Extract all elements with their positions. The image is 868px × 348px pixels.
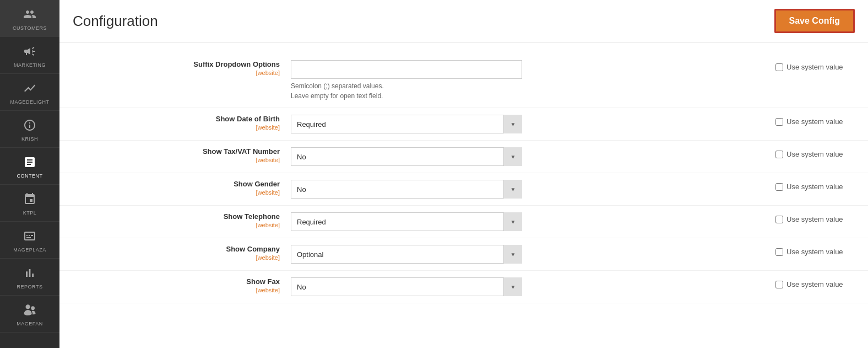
use-system-checkbox-fax[interactable]: [775, 281, 783, 288]
show-company-select[interactable]: No Optional Required: [291, 245, 522, 264]
tax-select-wrapper: No Optional Required: [291, 147, 522, 166]
form-row-show-company: Show Company [website] No Optional Requi…: [59, 238, 868, 271]
sidebar: CUSTOMERS MARKETING MAGEDELIGHT KRISH CO…: [0, 0, 59, 348]
telephone-select-wrapper: No Optional Required: [291, 212, 522, 231]
save-config-button[interactable]: Save Config: [774, 9, 855, 33]
field-label-company: Show Company: [59, 245, 280, 253]
sidebar-item-magedelight[interactable]: MAGEDELIGHT: [0, 74, 59, 111]
megaphone-icon: [21, 42, 39, 60]
reports-icon: [21, 264, 39, 282]
form-area: Suffix Dropdown Options [website] Semico…: [59, 42, 868, 348]
use-system-checkbox-telephone[interactable]: [775, 216, 783, 223]
sidebar-item-mageplaza[interactable]: MAGEPLAZA: [0, 222, 59, 259]
field-label-suffix: Suffix Dropdown Options: [59, 60, 280, 68]
use-system-checkbox-gender[interactable]: [775, 183, 783, 191]
show-gender-select[interactable]: No Optional Required: [291, 180, 522, 199]
content-icon: [21, 153, 39, 171]
main-content: Configuration Save Config Suffix Dropdow…: [59, 0, 868, 348]
ktpl-icon: [21, 190, 39, 208]
sidebar-item-label: KRISH: [21, 136, 38, 142]
field-hint-suffix: Semicolon (;) separated values.Leave emp…: [291, 81, 767, 101]
sidebar-item-label: CONTENT: [17, 173, 43, 179]
show-telephone-select[interactable]: No Optional Required: [291, 212, 522, 231]
sidebar-item-label: REPORTS: [17, 284, 43, 290]
show-dob-select[interactable]: No Optional Required: [291, 115, 522, 133]
use-system-checkbox-company[interactable]: [775, 248, 783, 256]
sidebar-item-ktpl[interactable]: KTPL: [0, 185, 59, 222]
mageplaza-icon: [21, 227, 39, 245]
page-header: Configuration Save Config: [59, 0, 868, 42]
sidebar-item-customers[interactable]: CUSTOMERS: [0, 0, 59, 37]
use-system-label-suffix[interactable]: Use system value: [775, 63, 843, 71]
sidebar-item-magefan[interactable]: MAGEFAN: [0, 296, 59, 333]
form-row-show-telephone: Show Telephone [website] No Optional Req…: [59, 206, 868, 238]
sidebar-item-marketing[interactable]: MARKETING: [0, 37, 59, 74]
form-row-suffix-dropdown: Suffix Dropdown Options [website] Semico…: [59, 53, 868, 108]
use-system-checkbox-suffix[interactable]: [775, 63, 783, 71]
form-row-show-fax: Show Fax [website] No Optional Required …: [59, 271, 868, 303]
magedelight-icon: [21, 79, 39, 97]
show-fax-select[interactable]: No Optional Required: [291, 277, 522, 296]
gender-select-wrapper: No Optional Required: [291, 180, 522, 199]
krish-icon: [21, 116, 39, 134]
use-system-label-dob[interactable]: Use system value: [775, 117, 843, 126]
form-row-show-dob: Show Date of Birth [website] No Optional…: [59, 108, 868, 141]
sidebar-item-label: MARKETING: [14, 62, 46, 68]
dob-select-wrapper: No Optional Required: [291, 115, 522, 133]
form-row-show-tax: Show Tax/VAT Number [website] No Optiona…: [59, 141, 868, 173]
show-tax-select[interactable]: No Optional Required: [291, 147, 522, 166]
field-scope-gender: [website]: [256, 189, 280, 196]
sidebar-item-label: CUSTOMERS: [13, 25, 47, 31]
use-system-label-telephone[interactable]: Use system value: [775, 215, 843, 223]
page-title: Configuration: [73, 13, 158, 30]
use-system-label-fax[interactable]: Use system value: [775, 280, 843, 288]
field-label-dob: Show Date of Birth: [59, 115, 280, 123]
sidebar-item-label: MAGEDELIGHT: [10, 99, 49, 105]
sidebar-item-label: KTPL: [23, 210, 37, 216]
use-system-checkbox-tax[interactable]: [775, 151, 783, 158]
field-label-telephone: Show Telephone: [59, 212, 280, 221]
use-system-label-gender[interactable]: Use system value: [775, 183, 843, 191]
sidebar-item-label: MAGEPLAZA: [13, 247, 46, 253]
field-scope-company: [website]: [256, 254, 280, 261]
suffix-dropdown-input[interactable]: [291, 60, 522, 79]
company-select-wrapper: No Optional Required: [291, 245, 522, 264]
sidebar-item-krish[interactable]: KRISH: [0, 111, 59, 148]
field-scope-fax: [website]: [256, 287, 280, 293]
field-scope-tax: [website]: [256, 157, 280, 163]
field-scope-telephone: [website]: [256, 222, 280, 228]
field-scope-suffix: [website]: [256, 69, 280, 76]
use-system-checkbox-dob[interactable]: [775, 118, 783, 126]
field-label-fax: Show Fax: [59, 277, 280, 286]
fax-select-wrapper: No Optional Required: [291, 277, 522, 296]
use-system-label-tax[interactable]: Use system value: [775, 150, 843, 158]
sidebar-item-content[interactable]: CONTENT: [0, 148, 59, 185]
magefan-icon: [21, 301, 39, 319]
field-scope-dob: [website]: [256, 124, 280, 131]
sidebar-item-reports[interactable]: REPORTS: [0, 259, 59, 296]
field-label-tax: Show Tax/VAT Number: [59, 147, 280, 156]
form-row-show-gender: Show Gender [website] No Optional Requir…: [59, 173, 868, 206]
sidebar-item-label: MAGEFAN: [17, 321, 43, 326]
customers-icon: [21, 6, 39, 23]
use-system-label-company[interactable]: Use system value: [775, 248, 843, 256]
field-label-gender: Show Gender: [59, 180, 280, 188]
